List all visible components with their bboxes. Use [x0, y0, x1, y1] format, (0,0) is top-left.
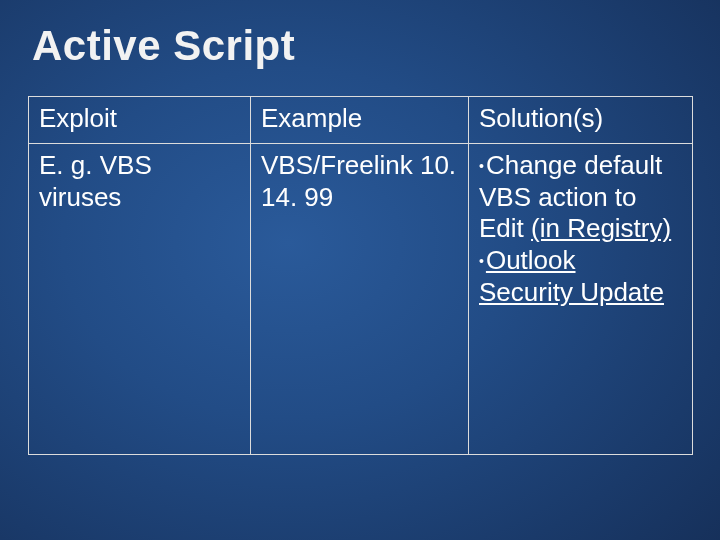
- col-header-solutions: Solution(s): [469, 97, 693, 144]
- cell-example: VBS/Freelink 10. 14. 99: [251, 144, 469, 455]
- table-header-row: Exploit Example Solution(s): [29, 97, 693, 144]
- table-row: E. g. VBS viruses VBS/Freelink 10. 14. 9…: [29, 144, 693, 455]
- content-table: Exploit Example Solution(s) E. g. VBS vi…: [28, 96, 693, 455]
- bullet-icon: •: [479, 158, 484, 174]
- slide-title: Active Script: [32, 22, 692, 70]
- slide: Active Script Exploit Example Solution(s…: [0, 0, 720, 540]
- cell-exploit: E. g. VBS viruses: [29, 144, 251, 455]
- solution-2-link-a[interactable]: Outlook: [486, 245, 576, 275]
- solution-1-link[interactable]: (in Registry): [531, 213, 671, 243]
- col-header-exploit: Exploit: [29, 97, 251, 144]
- col-header-example: Example: [251, 97, 469, 144]
- solution-2-link-b[interactable]: Security Update: [479, 277, 664, 307]
- cell-solutions: •Change default VBS action to Edit (in R…: [469, 144, 693, 455]
- bullet-icon: •: [479, 253, 484, 269]
